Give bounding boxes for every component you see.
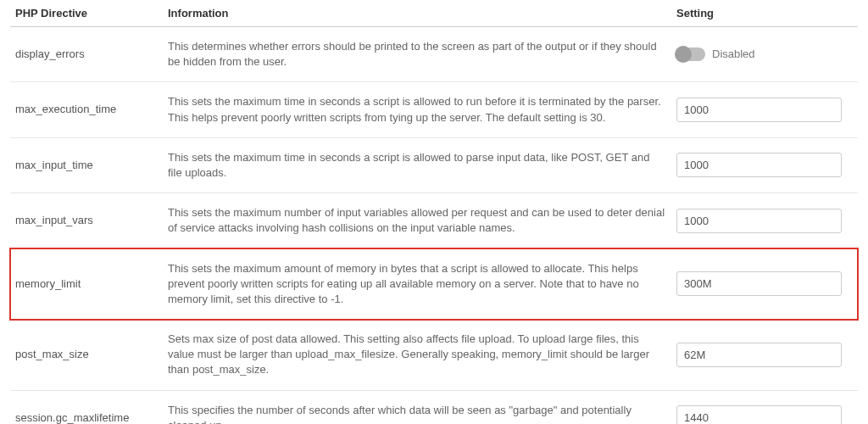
- directive-name: max_execution_time: [10, 82, 163, 137]
- setting-input[interactable]: [676, 271, 842, 296]
- directive-name: session.gc_maxlifetime: [10, 390, 163, 424]
- table-row: max_input_timeThis sets the maximum time…: [10, 137, 858, 192]
- toggle-label: Disabled: [712, 47, 755, 62]
- header-directive: PHP Directive: [10, 0, 163, 27]
- toggle-knob-icon: [675, 46, 692, 63]
- header-information: Information: [163, 0, 671, 27]
- directive-name: memory_limit: [10, 248, 163, 320]
- directive-name: max_input_time: [10, 137, 163, 192]
- setting-input[interactable]: [676, 98, 842, 122]
- directive-info: This sets the maximum amount of memory i…: [163, 248, 671, 320]
- header-setting: Setting: [671, 0, 858, 27]
- table-row: max_execution_timeThis sets the maximum …: [10, 82, 858, 137]
- directive-info: This determines whether errors should be…: [163, 27, 671, 82]
- directive-setting-cell: [671, 193, 858, 248]
- directive-setting-cell: [671, 248, 858, 320]
- directive-name: post_max_size: [10, 320, 163, 391]
- toggle-switch[interactable]: [676, 47, 705, 61]
- directive-info: This sets the maximum time in seconds a …: [163, 82, 671, 137]
- directive-name: display_errors: [10, 27, 163, 82]
- php-directives-table: PHP Directive Information Setting displa…: [10, 0, 858, 424]
- setting-input[interactable]: [676, 209, 842, 233]
- directive-info: This sets the maximum number of input va…: [163, 193, 671, 248]
- table-row: session.gc_maxlifetimeThis specifies the…: [10, 390, 858, 424]
- table-row: memory_limitThis sets the maximum amount…: [10, 248, 858, 320]
- directive-setting-cell: [671, 320, 858, 391]
- directive-setting-cell: [671, 82, 858, 137]
- directive-setting-cell: [671, 137, 858, 192]
- directive-name: max_input_vars: [10, 193, 163, 248]
- table-row: post_max_sizeSets max size of post data …: [10, 320, 858, 391]
- directive-info: This sets the maximum time in seconds a …: [163, 137, 671, 192]
- setting-input[interactable]: [676, 153, 842, 177]
- directive-info: Sets max size of post data allowed. This…: [163, 320, 671, 391]
- table-row: display_errorsThis determines whether er…: [10, 27, 858, 82]
- setting-input[interactable]: [676, 405, 842, 424]
- setting-input[interactable]: [676, 343, 842, 367]
- directive-setting-cell: [671, 390, 858, 424]
- table-row: max_input_varsThis sets the maximum numb…: [10, 193, 858, 248]
- directive-info: This specifies the number of seconds aft…: [163, 390, 671, 424]
- directive-setting-cell: Disabled: [671, 27, 858, 82]
